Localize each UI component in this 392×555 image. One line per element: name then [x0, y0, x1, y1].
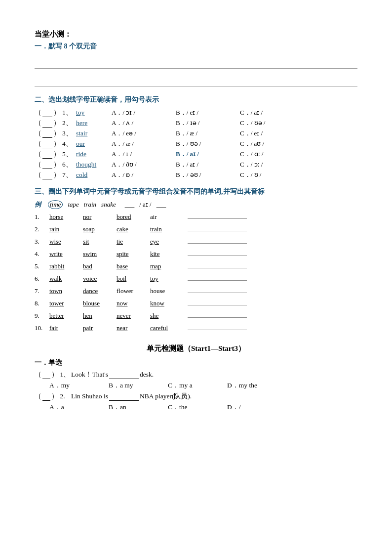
paren-close: ）	[51, 392, 58, 401]
exam-q2: （ ） 2. Lin Shuhao is NBA player(队员).	[35, 392, 357, 401]
answer-blank[interactable]	[42, 171, 52, 179]
word-row-1: 1. horse nor bored air	[35, 211, 357, 221]
word-row-2: 2. rain soap cake train	[35, 223, 357, 233]
row-word: spite	[117, 250, 144, 258]
row-word: toy	[150, 275, 178, 283]
option-c: C．my a	[168, 381, 227, 390]
row-word: pair	[83, 324, 111, 332]
row-word: kite	[150, 250, 178, 258]
answer-blank[interactable]	[42, 392, 50, 401]
example-label: 例	[35, 200, 41, 209]
option-c: C．/ aʊ /	[240, 139, 304, 148]
answer-blank[interactable]	[42, 150, 52, 159]
q-text: Lin Shuhao is NBA player(队员).	[71, 392, 357, 401]
option-c: C．/ ʊ /	[240, 171, 304, 179]
row-word: never	[117, 312, 144, 320]
word-row-3: 3. wise sit tie eye	[35, 236, 357, 246]
option-c: C．/ ʊə /	[240, 119, 304, 128]
paren-open: （	[35, 370, 41, 379]
answer-blank[interactable]	[42, 140, 52, 148]
exam-title: 单元检测题（Start1—Start3）	[35, 344, 357, 353]
row-word: flower	[117, 287, 144, 295]
row-word: train	[150, 225, 178, 233]
exam-section-label: 一．单选	[35, 358, 357, 367]
answer-line	[188, 285, 247, 293]
q-num: 1、	[62, 108, 76, 117]
row-word: voice	[83, 275, 111, 283]
answer-blank[interactable]	[42, 119, 52, 128]
exam-q1-options: A．my B．a my C．my a D．my the	[49, 381, 357, 390]
option-a: A．/ ɒ /	[112, 171, 176, 179]
row-word: careful	[150, 324, 178, 332]
option-b: B．an	[109, 403, 168, 412]
example-blank: ___	[125, 201, 135, 209]
row-num: 10.	[35, 324, 43, 332]
answer-blank[interactable]	[42, 109, 52, 117]
row-word: blouse	[83, 299, 111, 307]
option-c: C．/ ɑː /	[240, 150, 304, 159]
answer-line	[188, 260, 247, 268]
row-word: soap	[83, 225, 111, 233]
row-num: 6.	[35, 275, 43, 283]
example-word: tape	[68, 201, 78, 209]
answer-blank[interactable]	[42, 371, 50, 379]
quiz-row-4: （ ） 4、 our A．/ æ / B．/ ʊə / C．/ aʊ /	[35, 139, 357, 148]
answer-blank[interactable]	[42, 129, 52, 138]
fill-blank[interactable]	[109, 371, 139, 379]
q-word: our	[76, 140, 112, 148]
option-a: A．/ æ /	[112, 139, 176, 148]
option-a: A．/ ɪ /	[112, 150, 176, 159]
row-word: rabbit	[49, 262, 77, 270]
row-word: nor	[83, 213, 111, 221]
option-b: B．/ aɪ /	[176, 150, 240, 159]
option-b: B．/ æ /	[176, 129, 240, 138]
option-c: C．the	[168, 403, 227, 412]
option-b: B．/ aɪ /	[176, 160, 240, 169]
answer-line	[188, 273, 247, 281]
example-phonetic: / aɪ /	[139, 201, 152, 209]
row-word: dance	[83, 287, 111, 295]
answer-blank[interactable]	[42, 161, 52, 169]
row-num: 9.	[35, 312, 43, 320]
answer-line	[188, 223, 247, 231]
word-row-10: 10. fair pair near careful	[35, 322, 357, 332]
section3-header: 三、圈出下列单词中元音字母或元音字母组合发音不同的单词,并写出其音标	[35, 187, 357, 196]
quiz-row-3: （ ） 3、 stair A．/ eə / B．/ æ / C．/ eɪ /	[35, 129, 357, 138]
row-word: bad	[83, 262, 111, 270]
word-row-4: 4. write swim spite kite	[35, 248, 357, 258]
q-text: Look！That's desk.	[71, 370, 357, 379]
option-d: D．my the	[227, 381, 286, 390]
example-word: train	[84, 201, 96, 209]
word-row-5: 5. rabbit bad base map	[35, 260, 357, 270]
row-word: bored	[117, 213, 144, 221]
exam-q1: （ ） 1、 Look！That's desk.	[35, 370, 357, 379]
answer-line	[188, 310, 247, 318]
paren-open: （	[35, 392, 41, 401]
quiz-row-1: （ ） 1、 toy A．/ ɔɪ / B．/ eɪ / C．/ aɪ /	[35, 108, 357, 117]
paren-close: ）	[51, 370, 58, 379]
answer-line	[188, 248, 247, 256]
option-a: A．/ eə /	[112, 129, 176, 138]
example-blank2: ___	[157, 201, 166, 209]
row-word: hen	[83, 312, 111, 320]
row-word: town	[49, 287, 77, 295]
row-word: eye	[150, 238, 178, 246]
row-word: better	[49, 312, 77, 320]
option-b: B．/ ʊə /	[176, 139, 240, 148]
section2-header: 二、选出划线字母正确读音，用勾号表示	[35, 95, 357, 104]
q-num: 1、	[58, 370, 71, 379]
q-word: here	[76, 119, 112, 127]
row-word: boil	[117, 275, 144, 283]
word-row-7: 7. town dance flower house	[35, 285, 357, 295]
row-word: near	[117, 324, 144, 332]
answer-line	[188, 211, 247, 219]
row-word: map	[150, 262, 178, 270]
fill-blank[interactable]	[109, 392, 139, 401]
option-b: B．/ eɪ /	[176, 108, 240, 117]
row-word: swim	[83, 250, 111, 258]
answer-line	[188, 322, 247, 330]
q-word: cold	[76, 171, 112, 179]
row-word: horse	[49, 213, 77, 221]
row-num: 5.	[35, 262, 43, 270]
writing-line-1	[35, 58, 357, 69]
